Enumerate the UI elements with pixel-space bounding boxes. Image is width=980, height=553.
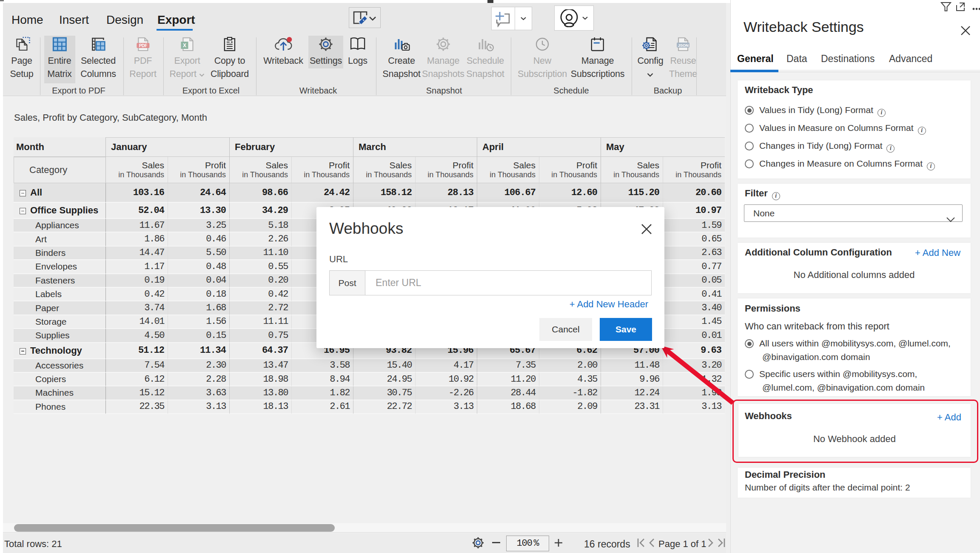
svg-text:JSON: JSON — [678, 43, 688, 48]
svg-text:PDF: PDF — [139, 43, 147, 48]
svg-text:X: X — [183, 43, 186, 48]
